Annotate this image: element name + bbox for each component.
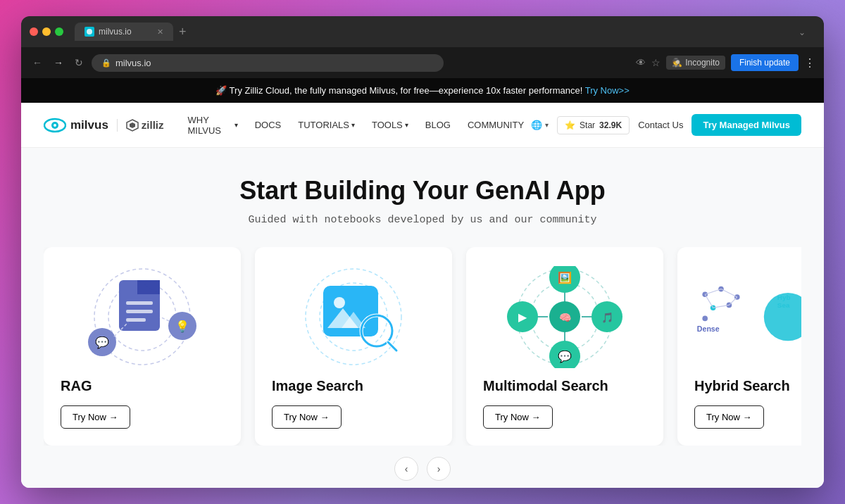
svg-line-53 <box>721 289 737 296</box>
cards-container: 💬 💡 RAG Try Now → <box>21 247 824 488</box>
browser-window: milvus.io ✕ + ⌄ ← → ↻ 🔒 milvus.io 👁 ☆ 🕵️… <box>21 16 824 488</box>
window-controls-right: ⌄ <box>799 25 815 38</box>
svg-text:Dense: Dense <box>697 325 720 333</box>
close-button[interactable] <box>30 27 38 36</box>
multimodal-icon-area: 🖼️ ▶ 🧠 🎵 💬 <box>483 264 646 370</box>
nav-community[interactable]: COMMUNITY <box>461 115 531 134</box>
multimodal-illustration: 🖼️ ▶ 🧠 🎵 💬 <box>494 266 635 368</box>
image-search-card: Image Search Try Now → <box>255 247 452 446</box>
zilliz-brand-name: zilliz <box>142 119 164 131</box>
svg-text:Hyb: Hyb <box>777 293 791 301</box>
svg-text:💬: 💬 <box>95 336 109 349</box>
nav-why-milvus[interactable]: WHY MILVUS ▾ <box>181 111 245 140</box>
milvus-logo-icon <box>44 118 66 133</box>
svg-point-0 <box>87 29 92 34</box>
rag-icon-area: 💬 💡 <box>61 264 224 370</box>
rag-card: 💬 💡 RAG Try Now → <box>44 247 241 446</box>
maximize-button[interactable] <box>55 27 63 36</box>
hero-title: Start Building Your GenAI App <box>35 176 810 206</box>
multimodal-search-card: 🖼️ ▶ 🧠 🎵 💬 <box>466 247 663 446</box>
globe-icon: 🌐 <box>531 120 542 130</box>
finish-update-button[interactable]: Finish update <box>731 54 799 71</box>
nav-docs[interactable]: DOCS <box>248 115 289 134</box>
svg-point-23 <box>334 297 345 308</box>
multimodal-search-title: Multimodal Search <box>483 378 646 394</box>
svg-text:💬: 💬 <box>558 350 572 363</box>
svg-point-51 <box>702 315 708 321</box>
cards-row: 💬 💡 RAG Try Now → <box>44 247 801 446</box>
svg-line-29 <box>388 342 396 351</box>
rag-try-now-button[interactable]: Try Now → <box>61 405 130 429</box>
back-button[interactable]: ← <box>30 54 45 71</box>
traffic-lights <box>30 27 63 36</box>
milvus-logo[interactable]: milvus <box>44 118 108 133</box>
forward-button[interactable]: → <box>51 54 66 71</box>
svg-line-19 <box>160 317 169 321</box>
svg-text:💡: 💡 <box>175 320 189 333</box>
nav-links: WHY MILVUS ▾ DOCS TUTORIALS ▾ TOOLS ▾ BL… <box>181 111 532 140</box>
zilliz-logo[interactable]: zilliz <box>117 119 164 132</box>
milvus-brand-name: milvus <box>70 118 108 132</box>
lock-icon: 🔒 <box>101 58 111 68</box>
eye-off-icon[interactable]: 👁 <box>636 57 646 68</box>
tab-title: milvus.io <box>99 27 132 37</box>
more-options-button[interactable]: ⋮ <box>804 56 815 70</box>
image-search-illustration <box>287 266 420 368</box>
language-selector[interactable]: 🌐 ▾ <box>531 120 549 130</box>
minimize-button[interactable] <box>42 27 51 36</box>
website-content: 🚀 Try Zilliz Cloud, the fully managed Mi… <box>21 78 824 488</box>
incognito-label: Incognito <box>685 58 720 68</box>
github-star-button[interactable]: ⭐ Star 32.9K <box>557 116 630 134</box>
svg-text:🧠: 🧠 <box>559 312 572 324</box>
zilliz-logo-icon <box>126 119 139 132</box>
active-tab[interactable]: milvus.io ✕ <box>75 23 173 41</box>
svg-rect-12 <box>126 310 153 313</box>
svg-text:Sea: Sea <box>777 301 790 309</box>
image-search-title: Image Search <box>272 378 435 394</box>
svg-line-54 <box>713 305 730 308</box>
new-tab-button[interactable]: + <box>176 25 189 39</box>
brand-area: milvus zilliz <box>44 118 164 133</box>
banner-text: 🚀 Try Zilliz Cloud, the fully managed Mi… <box>215 85 582 96</box>
hybrid-try-now-button[interactable]: Try Now → <box>694 405 764 429</box>
hybrid-search-card: Dense Hyb Sea Hybrid Search Try Now → <box>677 247 801 446</box>
carousel-controls: ‹ › <box>44 446 801 488</box>
carousel-prev-button[interactable]: ‹ <box>394 457 418 481</box>
multimodal-try-now-button[interactable]: Try Now → <box>483 405 553 429</box>
incognito-badge: 🕵️ Incognito <box>666 56 725 70</box>
carousel-next-button[interactable]: › <box>427 457 451 481</box>
star-count: 32.9K <box>599 120 622 130</box>
hybrid-search-title: Hybrid Search <box>694 378 801 394</box>
svg-marker-5 <box>130 122 135 128</box>
rag-illustration: 💬 💡 <box>75 266 209 368</box>
address-bar: ← → ↻ 🔒 milvus.io 👁 ☆ 🕵️ Incognito Finis… <box>21 47 824 78</box>
nav-tools[interactable]: TOOLS ▾ <box>365 115 415 134</box>
address-input[interactable]: 🔒 milvus.io <box>92 54 444 72</box>
star-label: Star <box>580 120 595 130</box>
chevron-down-icon-2: ▾ <box>351 121 355 129</box>
nav-tutorials[interactable]: TUTORIALS ▾ <box>291 115 362 134</box>
try-managed-button[interactable]: Try Managed Milvus <box>691 114 801 136</box>
svg-text:🖼️: 🖼️ <box>558 271 572 284</box>
image-search-try-now-button[interactable]: Try Now → <box>272 405 342 429</box>
address-actions: 👁 ☆ 🕵️ Incognito Finish update ⋮ <box>636 54 815 71</box>
github-icon: ⭐ <box>565 120 575 130</box>
tab-close-button[interactable]: ✕ <box>157 27 163 37</box>
hero-subtitle: Guided with notebooks developed by us an… <box>35 214 810 226</box>
chevron-down-icon: ▾ <box>234 121 238 129</box>
svg-rect-13 <box>126 318 146 322</box>
svg-line-52 <box>705 289 721 294</box>
title-bar: milvus.io ✕ + ⌄ <box>21 16 824 47</box>
svg-text:🎵: 🎵 <box>601 312 614 324</box>
bookmark-icon[interactable]: ☆ <box>651 57 661 68</box>
contact-us-link[interactable]: Contact Us <box>638 120 683 130</box>
nav-right: 🌐 ▾ ⭐ Star 32.9K Contact Us Try Managed … <box>531 114 801 136</box>
banner-cta[interactable]: Try Now>> <box>585 85 630 96</box>
hybrid-illustration: Dense Hyb Sea <box>694 266 801 368</box>
hybrid-icon-area: Dense Hyb Sea <box>694 264 801 370</box>
svg-rect-22 <box>323 286 378 336</box>
nav-blog[interactable]: BLOG <box>418 115 458 134</box>
reload-button[interactable]: ↻ <box>72 54 86 71</box>
main-nav: milvus zilliz WHY MILVUS ▾ DOCS TUTO <box>21 103 824 148</box>
svg-rect-11 <box>126 301 153 305</box>
